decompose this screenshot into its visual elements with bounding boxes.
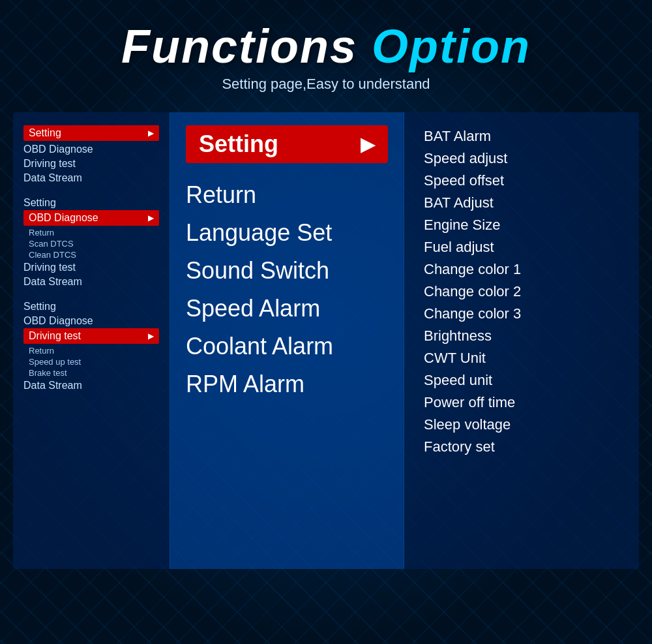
left-item-setting-1[interactable]: Setting ▶ [23, 125, 159, 141]
center-item-rpm[interactable]: RPM Alarm [186, 365, 388, 403]
arrow-icon-3: ▶ [148, 331, 154, 341]
right-item-power-off[interactable]: Power off time [424, 391, 619, 414]
left-group-1: Setting ▶ OBD Diagnose Driving test Data… [23, 125, 159, 185]
left-item-obd-active[interactable]: OBD Diagnose ▶ [23, 210, 159, 226]
right-item-change-color-2[interactable]: Change color 2 [424, 281, 619, 303]
center-item-return[interactable]: Return [186, 176, 388, 214]
left-item-driving-active[interactable]: Driving test ▶ [23, 328, 159, 344]
right-item-sleep-voltage[interactable]: Sleep voltage [424, 414, 619, 436]
arrow-icon-1: ▶ [148, 129, 154, 138]
right-item-engine-size[interactable]: Engine Size [424, 214, 619, 236]
left-group-3: Setting OBD Diagnose Driving test ▶ Retu… [23, 299, 159, 393]
page-subtitle: Setting page,Easy to understand [121, 76, 531, 93]
center-arrow-icon: ▶ [361, 134, 375, 155]
left-item-obd-1[interactable]: OBD Diagnose [23, 142, 159, 157]
left-item-driving-1[interactable]: Driving test [23, 157, 159, 171]
left-sub-return-2[interactable]: Return [29, 345, 159, 356]
left-item-driving-2[interactable]: Driving test [23, 260, 159, 275]
center-active-label: Setting [199, 130, 278, 158]
arrow-icon-2: ▶ [148, 213, 154, 222]
left-group-2: Setting OBD Diagnose ▶ Return Scan DTCS … [23, 196, 159, 289]
right-item-change-color-1[interactable]: Change color 1 [424, 258, 619, 281]
left-item-data-2[interactable]: Data Stream [23, 275, 159, 289]
title-part1: Functions [121, 20, 372, 72]
center-item-sound[interactable]: Sound Switch [186, 252, 388, 290]
right-item-brightness[interactable]: Brightness [424, 325, 619, 347]
title-part2: Option [372, 20, 531, 72]
left-sub-brake[interactable]: Brake test [29, 367, 159, 378]
right-item-bat-adjust[interactable]: BAT Adjust [424, 192, 619, 214]
right-item-speed-offset[interactable]: Speed offset [424, 170, 619, 192]
left-item-driving-active-label: Driving test [29, 330, 81, 342]
center-active-setting[interactable]: Setting ▶ [186, 125, 388, 163]
left-item-setting-1-label: Setting [29, 127, 61, 139]
left-item-data-3[interactable]: Data Stream [23, 378, 159, 393]
left-sub-clean-dtcs[interactable]: Clean DTCS [29, 249, 159, 260]
panels-container: Setting ▶ OBD Diagnose Driving test Data… [13, 112, 639, 569]
left-submenu-obd: Return Scan DTCS Clean DTCS [23, 227, 159, 260]
right-item-change-color-3[interactable]: Change color 3 [424, 303, 619, 325]
center-item-speed-alarm[interactable]: Speed Alarm [186, 290, 388, 328]
left-item-setting-3[interactable]: Setting [23, 299, 159, 314]
right-item-speed-adjust[interactable]: Speed adjust [424, 147, 619, 170]
left-item-obd-active-label: OBD Diagnose [29, 212, 98, 224]
left-item-obd-3[interactable]: OBD Diagnose [23, 314, 159, 328]
center-panel: Setting ▶ Return Language Set Sound Swit… [170, 112, 404, 569]
right-item-fuel-adjust[interactable]: Fuel adjust [424, 236, 619, 258]
right-item-speed-unit[interactable]: Speed unit [424, 369, 619, 391]
left-sub-scan-dtcs[interactable]: Scan DTCS [29, 238, 159, 249]
header: Functions Option Setting page,Easy to un… [121, 0, 531, 99]
left-submenu-driving: Return Speed up test Brake test [23, 345, 159, 378]
right-item-cwt-unit[interactable]: CWT Unit [424, 347, 619, 369]
left-item-setting-2[interactable]: Setting [23, 196, 159, 210]
main-wrapper: Functions Option Setting page,Easy to un… [0, 0, 652, 644]
right-item-bat-alarm[interactable]: BAT Alarm [424, 125, 619, 147]
right-item-factory-set[interactable]: Factory set [424, 436, 619, 458]
center-item-coolant[interactable]: Coolant Alarm [186, 328, 388, 365]
right-panel: BAT Alarm Speed adjust Speed offset BAT … [404, 112, 639, 569]
page-title: Functions Option [121, 20, 531, 73]
left-sub-speed-up[interactable]: Speed up test [29, 356, 159, 367]
left-item-data-1[interactable]: Data Stream [23, 171, 159, 185]
left-panel: Setting ▶ OBD Diagnose Driving test Data… [13, 112, 170, 569]
left-sub-return-1[interactable]: Return [29, 227, 159, 238]
center-item-language[interactable]: Language Set [186, 214, 388, 252]
